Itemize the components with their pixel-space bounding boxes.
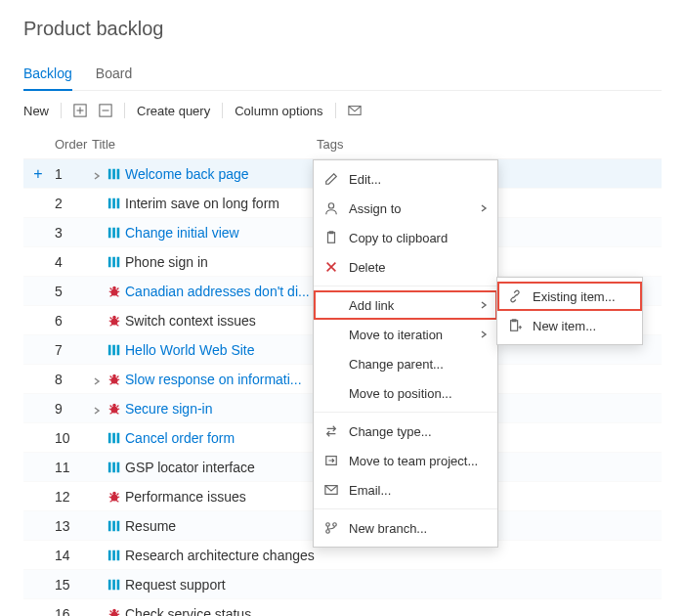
svg-line-66 <box>117 493 119 495</box>
add-child-button[interactable]: + <box>33 165 42 183</box>
svg-rect-74 <box>112 579 115 590</box>
work-item-link[interactable]: GSP locator interface <box>125 460 255 475</box>
work-item-link[interactable]: Welcome back page <box>125 166 249 182</box>
svg-line-79 <box>117 614 120 615</box>
work-item-link[interactable]: Secure sign-in <box>125 401 213 417</box>
bug-icon <box>107 490 121 504</box>
pbi-icon <box>107 578 121 592</box>
work-item-link[interactable]: Slow response on informati... <box>125 372 302 387</box>
row-context-menu: Edit... Assign to Copy to clipboard Dele… <box>313 159 498 548</box>
menu-new-branch[interactable]: New branch... <box>314 513 497 543</box>
menu-move-to-iteration[interactable]: Move to iteration <box>314 320 497 349</box>
expand-toggle[interactable] <box>92 403 104 415</box>
expand-toggle <box>92 491 104 503</box>
work-item-link[interactable]: Canadian addresses don't di... <box>125 284 310 299</box>
svg-point-90 <box>326 530 330 534</box>
menu-email[interactable]: Email... <box>314 475 497 505</box>
svg-line-64 <box>116 500 119 502</box>
row-title-cell: Check service status <box>92 606 317 617</box>
row-order: 8 <box>53 372 92 387</box>
email-toolbar-button[interactable] <box>348 104 362 117</box>
work-item-link[interactable]: Check service status <box>125 606 251 617</box>
table-row[interactable]: 16Check service status <box>23 599 662 616</box>
svg-line-65 <box>110 493 112 495</box>
work-item-link[interactable]: Interim save on long form <box>125 196 279 211</box>
submenu-existing-item[interactable]: Existing item... <box>497 282 642 311</box>
row-order: 2 <box>53 196 92 211</box>
menu-assign-to[interactable]: Assign to <box>314 194 497 223</box>
row-title-cell: Cancel order form <box>92 430 317 446</box>
work-item-link[interactable]: Change initial view <box>125 225 239 241</box>
svg-line-43 <box>110 375 112 377</box>
svg-rect-68 <box>112 520 115 531</box>
row-order: 11 <box>53 460 92 475</box>
separator <box>61 103 62 118</box>
row-title-cell: Phone sign in <box>92 254 317 270</box>
svg-rect-69 <box>117 520 120 531</box>
table-row[interactable]: 15Request support <box>23 570 662 599</box>
change-type-icon <box>323 423 339 439</box>
row-order: 7 <box>53 342 92 358</box>
svg-line-51 <box>110 405 112 407</box>
svg-line-40 <box>117 379 120 380</box>
work-item-link[interactable]: Hello World Web Site <box>125 342 255 358</box>
menu-add-link[interactable]: Add link <box>314 290 497 320</box>
work-item-link[interactable]: Switch context issues <box>125 313 256 329</box>
pbi-icon <box>107 255 121 269</box>
menu-move-to-team-project[interactable]: Move to team project... <box>314 446 497 475</box>
row-title-cell: Change initial view <box>92 225 317 241</box>
pbi-icon <box>107 549 121 562</box>
column-header-title[interactable]: Title <box>92 137 317 152</box>
expand-toggle[interactable] <box>92 168 104 180</box>
tab-board[interactable]: Board <box>96 58 132 90</box>
new-button[interactable]: New <box>23 104 49 118</box>
column-header-tags[interactable]: Tags <box>317 137 662 152</box>
submenu-new-item[interactable]: New item... <box>497 311 642 340</box>
svg-rect-16 <box>112 256 115 267</box>
backlog-grid: Order Title Tags +1Welcome back pageMobi… <box>23 130 662 616</box>
add-panel-close-button[interactable] <box>99 104 112 117</box>
bug-icon <box>107 285 121 298</box>
work-item-link[interactable]: Resume <box>125 518 176 534</box>
svg-rect-10 <box>112 198 115 208</box>
create-query-button[interactable]: Create query <box>137 104 210 118</box>
row-title-cell: Hello World Web Site <box>92 342 317 358</box>
work-item-link[interactable]: Performance issues <box>125 489 246 505</box>
tab-backlog[interactable]: Backlog <box>23 58 72 91</box>
svg-rect-12 <box>108 227 111 238</box>
row-title-cell: Switch context issues <box>92 313 317 329</box>
row-order: 12 <box>53 489 92 505</box>
svg-point-19 <box>112 286 116 289</box>
svg-line-61 <box>109 497 112 498</box>
work-item-link[interactable]: Phone sign in <box>125 254 208 270</box>
expand-toggle[interactable] <box>92 374 104 385</box>
svg-rect-15 <box>108 256 111 267</box>
row-order: 1 <box>53 166 92 182</box>
work-item-link[interactable]: Research architecture changes <box>125 548 315 563</box>
expand-toggle <box>92 462 104 473</box>
pbi-icon <box>107 226 121 240</box>
clipboard-icon <box>323 230 339 245</box>
column-header-order[interactable]: Order <box>53 137 92 152</box>
svg-rect-6 <box>108 168 111 179</box>
hub-tabs: Backlog Board <box>23 58 662 91</box>
work-item-link[interactable]: Request support <box>125 577 226 593</box>
expand-toggle <box>92 579 104 591</box>
svg-line-41 <box>110 382 113 384</box>
pbi-icon <box>107 519 121 533</box>
add-panel-open-button[interactable] <box>73 104 87 117</box>
row-title-cell: Welcome back page <box>92 166 317 182</box>
menu-edit[interactable]: Edit... <box>314 164 497 194</box>
row-order: 15 <box>53 577 92 593</box>
work-item-link[interactable]: Cancel order form <box>125 430 235 446</box>
column-options-button[interactable]: Column options <box>235 104 322 118</box>
menu-copy-to-clipboard[interactable]: Copy to clipboard <box>314 223 497 252</box>
menu-change-parent[interactable]: Change parent... <box>314 349 497 378</box>
menu-move-to-position[interactable]: Move to position... <box>314 378 497 408</box>
row-title-cell: Interim save on long form <box>92 196 317 211</box>
expand-toggle <box>92 286 104 297</box>
menu-delete[interactable]: Delete <box>314 252 497 282</box>
menu-change-type[interactable]: Change type... <box>314 417 497 446</box>
expand-toggle <box>92 315 104 327</box>
expand-toggle <box>92 608 104 617</box>
